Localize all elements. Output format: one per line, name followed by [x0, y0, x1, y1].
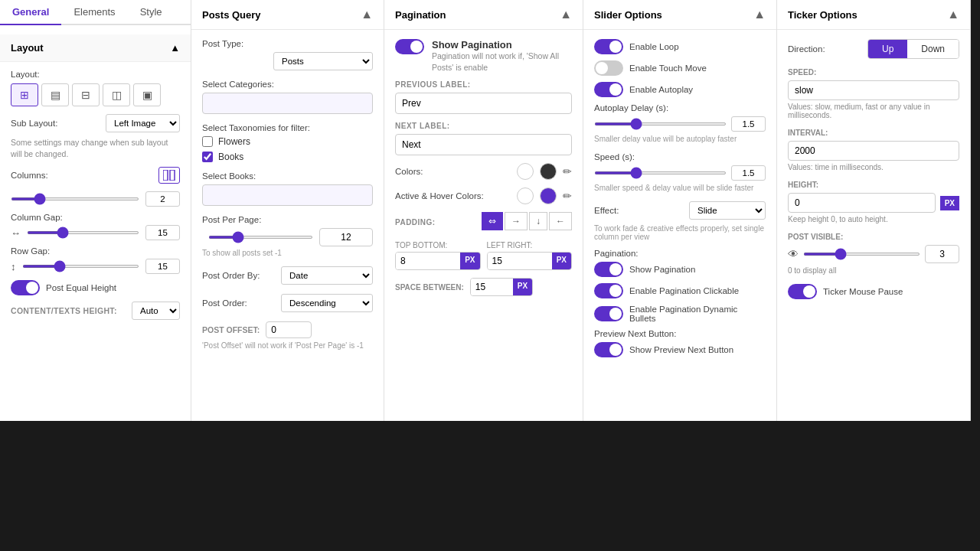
- col-gap-slider[interactable]: [27, 231, 139, 234]
- direction-label: Direction:: [788, 44, 825, 54]
- enable-touch-move-label: Enable Touch Move: [629, 64, 707, 73]
- layout-btn-carousel[interactable]: ◫: [103, 83, 130, 106]
- content-height-row: CONTENT/TEXTS HEIGHT: Auto Fixed: [11, 302, 180, 320]
- post-offset-input[interactable]: 0: [266, 321, 312, 338]
- next-label-input[interactable]: Next: [395, 134, 572, 155]
- interval-note: Values: time in milliseconds.: [788, 163, 959, 171]
- layout-btn-ticker[interactable]: ▣: [133, 83, 161, 106]
- slider-options-chevron[interactable]: ▲: [753, 8, 766, 21]
- taxonomy-books-label[interactable]: Books: [218, 152, 243, 162]
- tab-general[interactable]: General: [0, 0, 61, 25]
- select-categories-label: Select Categories:: [202, 80, 373, 89]
- left-right-group: LEFT RIGHT: 15 PX: [487, 241, 573, 270]
- post-per-page-slider[interactable]: [208, 236, 313, 239]
- active-hover-pen-icon[interactable]: ✏: [563, 190, 572, 202]
- post-visible-input[interactable]: 3: [925, 245, 959, 263]
- post-visible-slider[interactable]: [803, 253, 920, 256]
- effect-select[interactable]: Slide Fade Cube Flip: [689, 201, 766, 220]
- speed-section: SPEED: slow Values: slow, medium, fast o…: [788, 68, 959, 119]
- prev-label-input[interactable]: Prev: [395, 93, 572, 114]
- row-gap-slider[interactable]: [22, 265, 140, 268]
- post-type-select[interactable]: Posts Pages Products: [273, 52, 373, 70]
- autoplay-delay-input[interactable]: 1.5: [731, 116, 766, 132]
- sublayout-select[interactable]: Left Image Right Image Top Image No Imag…: [106, 114, 180, 132]
- col-gap-input[interactable]: 15: [145, 225, 180, 240]
- ticker-options-panel: Ticker Options ▲ Direction: Up Down SPEE…: [777, 0, 971, 421]
- posts-query-chevron[interactable]: ▲: [361, 8, 373, 21]
- colors-pen-icon[interactable]: ✏: [563, 165, 572, 178]
- bottom-black-area: [0, 421, 980, 551]
- svg-rect-1: [170, 170, 175, 181]
- pad-btn-all[interactable]: ←: [549, 212, 572, 230]
- autoplay-delay-slider[interactable]: [594, 122, 727, 126]
- slider-show-pagination-toggle[interactable]: [594, 262, 623, 277]
- ticker-options-header: Ticker Options ▲: [777, 0, 970, 30]
- tab-style[interactable]: Style: [128, 0, 175, 25]
- ticker-speed-note: Values: slow, medium, fast or any value …: [788, 103, 959, 119]
- direction-row: Direction: Up Down: [788, 39, 959, 59]
- enable-loop-toggle[interactable]: [594, 39, 623, 54]
- active-hover-color-white[interactable]: [517, 187, 534, 204]
- enable-touch-move-toggle[interactable]: [594, 60, 623, 76]
- top-bottom-group: TOP BOTTOM: 8 PX: [395, 241, 481, 270]
- color-circle-dark[interactable]: [540, 163, 557, 180]
- layout-btn-list[interactable]: ▤: [41, 83, 69, 106]
- show-pagination-label: Show Pagination: [432, 39, 572, 51]
- direction-down-button[interactable]: Down: [907, 40, 959, 58]
- post-equal-height-toggle[interactable]: [11, 280, 40, 295]
- height-input[interactable]: 0: [788, 193, 936, 213]
- layout-label: Layout:: [11, 70, 180, 79]
- speed-input[interactable]: 1.5: [731, 165, 766, 181]
- pad-btn-v[interactable]: ↓: [529, 212, 547, 230]
- layout-section-title: Layout: [11, 42, 44, 54]
- post-offset-note: 'Post Offset' will not work if 'Post Per…: [202, 341, 373, 350]
- layout-btn-grid[interactable]: ⊞: [11, 83, 38, 106]
- ticker-speed-input[interactable]: slow: [788, 80, 959, 100]
- ticker-mouse-pause-label: Ticker Mouse Pause: [823, 287, 903, 296]
- space-between-label: SPACE BETWEEN:: [395, 283, 464, 292]
- post-per-page-input[interactable]: 12: [319, 228, 373, 246]
- columns-slider[interactable]: [11, 197, 139, 201]
- ticker-options-chevron[interactable]: ▲: [947, 8, 959, 21]
- show-pagination-note: Pagination will not work if, 'Show All P…: [432, 51, 572, 73]
- post-order-inline: Post Order: Descending Ascending: [202, 294, 373, 312]
- categories-search-input[interactable]: [202, 93, 373, 114]
- enable-pagination-dynamic-toggle[interactable]: [594, 306, 623, 321]
- pagination-chevron[interactable]: ▲: [560, 8, 572, 21]
- sublayout-note: Some settings may change when sub layout…: [11, 137, 180, 159]
- layout-btn-masonry[interactable]: ⊟: [72, 83, 100, 106]
- books-search-input[interactable]: [202, 184, 373, 206]
- pagination-panel: Pagination ▲ Show Pagination Pagination …: [384, 0, 583, 421]
- left-right-input[interactable]: 15: [488, 253, 552, 269]
- sub-layout-row: Sub Layout: Left Image Right Image Top I…: [11, 114, 180, 132]
- enable-autoplay-toggle[interactable]: [594, 82, 623, 97]
- tab-elements[interactable]: Elements: [61, 0, 127, 25]
- space-between-input[interactable]: 15: [471, 279, 513, 295]
- col-gap-icon: ↔: [11, 227, 21, 239]
- pad-btn-h[interactable]: →: [505, 212, 528, 230]
- pad-btn-linked[interactable]: ⇔: [482, 212, 503, 230]
- show-preview-next-toggle[interactable]: [594, 342, 623, 357]
- post-order-select[interactable]: Descending Ascending: [281, 294, 373, 312]
- color-circle-white[interactable]: [517, 163, 534, 180]
- select-categories-group: Select Categories:: [202, 80, 373, 114]
- taxonomy-books-checkbox[interactable]: [202, 152, 213, 162]
- ticker-mouse-pause-toggle[interactable]: [788, 284, 817, 299]
- posts-query-panel: Posts Query ▲ Post Type: Posts Pages Pro…: [191, 0, 384, 421]
- speed-group: Speed (s): 1.5 Smaller speed & delay val…: [594, 152, 766, 192]
- show-pagination-toggle[interactable]: [395, 39, 424, 54]
- top-bottom-input[interactable]: 8: [396, 253, 460, 269]
- taxonomy-flowers-label[interactable]: Flowers: [218, 136, 250, 147]
- content-height-select[interactable]: Auto Fixed: [132, 302, 180, 320]
- row-gap-input[interactable]: 15: [145, 259, 180, 274]
- columns-input[interactable]: 2: [145, 191, 180, 207]
- layout-chevron-up[interactable]: ▲: [170, 42, 180, 54]
- enable-pagination-clickable-toggle[interactable]: [594, 283, 623, 298]
- enable-loop-row: Enable Loop: [594, 39, 766, 54]
- direction-up-button[interactable]: Up: [868, 40, 907, 58]
- active-hover-color-purple[interactable]: [540, 187, 557, 204]
- post-order-by-select[interactable]: Date Title Modified Random: [281, 266, 373, 285]
- interval-input[interactable]: 2000: [788, 141, 959, 161]
- speed-slider[interactable]: [594, 171, 727, 174]
- taxonomy-flowers-checkbox[interactable]: [202, 136, 213, 147]
